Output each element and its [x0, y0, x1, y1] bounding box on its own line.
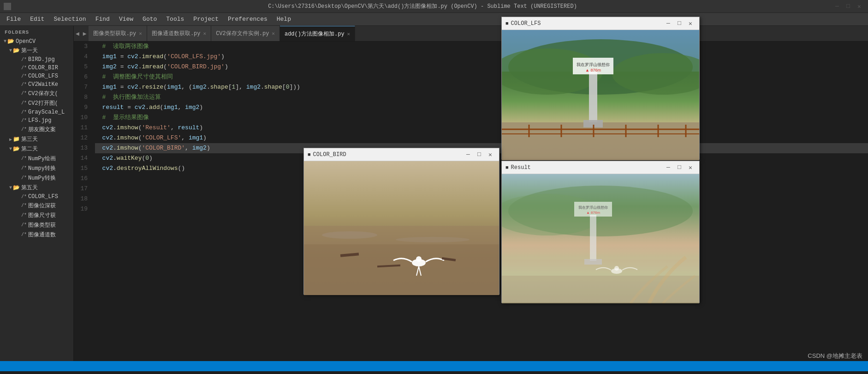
file-name: CV2保存文(: [28, 90, 58, 97]
result-titlebar: ■ Result — □ ✕: [502, 161, 699, 174]
svg-text:▲ 876m: ▲ 876m: [586, 211, 600, 215]
svg-text:我在罗浮山很想你: 我在罗浮山很想你: [578, 205, 608, 210]
color-bird-close[interactable]: ✕: [485, 151, 495, 159]
tab-close-btn[interactable]: ✕: [139, 30, 142, 36]
line-number: 14: [76, 153, 88, 163]
file-name: LFS.jpg: [28, 117, 51, 124]
line-number: 6: [76, 72, 88, 82]
svg-rect-35: [590, 215, 596, 261]
folder-name: 第二天: [21, 145, 38, 153]
sidebar-file[interactable]: /*NumPy转换: [0, 173, 73, 183]
menu-item-view[interactable]: View: [114, 14, 138, 24]
tab-label: 图像类型获取.py: [93, 30, 137, 37]
sidebar-file[interactable]: /*图像位深获: [0, 201, 73, 211]
app-icon: [4, 3, 11, 10]
sidebar-folder[interactable]: ▼📂第五天: [0, 183, 73, 193]
svg-rect-6: [589, 72, 597, 122]
sidebar-file[interactable]: /*COLOR_BIR: [0, 64, 73, 72]
line-number: 4: [76, 52, 88, 62]
color-lfs-close[interactable]: ✕: [685, 19, 696, 28]
tab-nav-right[interactable]: ▶: [81, 26, 89, 41]
sidebar-file[interactable]: /*图像类型获: [0, 220, 73, 230]
file-icon: /*: [21, 194, 27, 199]
color-bird-maximize[interactable]: □: [474, 151, 484, 159]
code-line: # 调整图像尺寸使其相同: [95, 72, 868, 82]
menu-item-goto[interactable]: Goto: [138, 14, 161, 24]
line-number: 9: [76, 103, 88, 113]
file-name: COLOR_LFS: [28, 73, 58, 79]
result-close[interactable]: ✕: [685, 163, 696, 172]
menu-item-find[interactable]: Find: [91, 14, 114, 24]
folder-icon: 📁: [13, 136, 20, 143]
code-line: result = cv2.add(img1, img2): [95, 103, 868, 113]
sidebar-file[interactable]: /*CV2WaitKe: [0, 80, 73, 89]
line-number: 12: [76, 133, 88, 143]
close-btn[interactable]: ✕: [854, 2, 864, 11]
menu-item-tools[interactable]: Tools: [161, 14, 189, 24]
file-name: COLOR_BIR: [28, 65, 58, 71]
menu-item-edit[interactable]: Edit: [25, 14, 49, 24]
tab--------py[interactable]: 图像类型获取.py✕: [89, 26, 147, 41]
tab-close-btn[interactable]: ✕: [272, 30, 275, 36]
file-name: 图像尺寸获: [28, 211, 56, 219]
menu-item-help[interactable]: Help: [272, 14, 296, 24]
maximize-btn[interactable]: □: [843, 2, 853, 11]
sidebar-file[interactable]: /*COLOR_LFS: [0, 193, 73, 201]
menu-item-file[interactable]: File: [2, 14, 25, 24]
code-line: img1 = cv2.resize(img1, (img2.shape[1], …: [95, 82, 868, 92]
result-blend-image: 我在罗浮山很想你 ▲ 876m: [502, 174, 699, 303]
file-icon: /*: [21, 66, 27, 71]
menu-item-selection[interactable]: Selection: [49, 14, 90, 24]
tab-cv2-------py[interactable]: CV2保存文件实例.py✕: [211, 26, 280, 41]
chevron-icon: ▼: [9, 185, 12, 190]
sidebar-file[interactable]: /*图像尺寸获: [0, 211, 73, 220]
tab---------py[interactable]: 图像通道数获取.py✕: [147, 26, 211, 41]
file-icon: /*: [21, 118, 27, 123]
sidebar-folder[interactable]: ▼📂OpenCV: [0, 37, 73, 46]
file-icon: /*: [21, 223, 27, 228]
bird-image: [304, 161, 499, 295]
sidebar-file[interactable]: /*NumPy绘画: [0, 154, 73, 163]
svg-rect-36: [584, 259, 602, 265]
result-title: Result: [511, 164, 662, 171]
sidebar-folder[interactable]: ▶📁第三天: [0, 134, 73, 144]
sidebar-file[interactable]: /*BIRD.jpg: [0, 55, 73, 64]
tab-nav-left[interactable]: ◀: [74, 26, 81, 41]
sidebar-folder[interactable]: ▼📂第一天: [0, 46, 73, 55]
file-name: NumPy绘画: [28, 155, 56, 163]
line-number: 3: [76, 42, 88, 52]
sidebar-file[interactable]: /*GrayScale_L: [0, 108, 73, 116]
file-icon: /*: [21, 110, 27, 115]
line-number: 18: [76, 194, 88, 204]
sidebar: FOLDERS ▼📂OpenCV▼📂第一天/*BIRD.jpg/*COLOR_B…: [0, 26, 74, 361]
sidebar-file[interactable]: /*LFS.jpg: [0, 116, 73, 125]
color-bird-minimize[interactable]: —: [463, 151, 473, 159]
sidebar-file[interactable]: /*COLOR_LFS: [0, 72, 73, 80]
minimize-btn[interactable]: —: [832, 2, 842, 11]
color-bird-titlebar: ■ COLOR_BIRD — □ ✕: [304, 148, 499, 161]
code-line: # 显示结果图像: [95, 113, 868, 123]
menu-item-project[interactable]: Project: [189, 14, 223, 24]
tabs-container: 图像类型获取.py✕图像通道数获取.py✕CV2保存文件实例.py✕add()方…: [89, 26, 868, 41]
color-lfs-title: COLOR_LFS: [511, 20, 662, 27]
sidebar-file[interactable]: /*Numpy转换: [0, 163, 73, 173]
sidebar-file[interactable]: /*CV2保存文(: [0, 89, 73, 98]
file-name: 图像类型获: [28, 221, 56, 229]
tab-close-btn[interactable]: ✕: [347, 31, 351, 37]
svg-text:▲ 876m: ▲ 876m: [585, 68, 601, 72]
sidebar-folder[interactable]: ▼📂第二天: [0, 144, 73, 154]
color-lfs-maximize[interactable]: □: [674, 19, 684, 28]
line-numbers: 345678910111213141516171819: [74, 42, 91, 361]
sidebar-file[interactable]: /*朋友圈文案: [0, 125, 73, 134]
result-minimize[interactable]: —: [663, 163, 673, 172]
sidebar-file[interactable]: /*图像通道数: [0, 230, 73, 240]
color-lfs-minimize[interactable]: —: [663, 19, 673, 28]
line-number: 8: [76, 92, 88, 103]
tab-close-btn[interactable]: ✕: [203, 30, 207, 36]
menu-item-preferences[interactable]: Preferences: [223, 14, 272, 24]
code-line: cv2.imshow('COLOR_LFS', img1): [95, 133, 868, 143]
color-bird-window: ■ COLOR_BIRD — □ ✕: [303, 148, 499, 295]
sidebar-file[interactable]: /*CV2打开图(: [0, 98, 73, 108]
result-maximize[interactable]: □: [674, 163, 684, 172]
tab-add---------py[interactable]: add()方法图像相加.py✕: [280, 26, 355, 41]
